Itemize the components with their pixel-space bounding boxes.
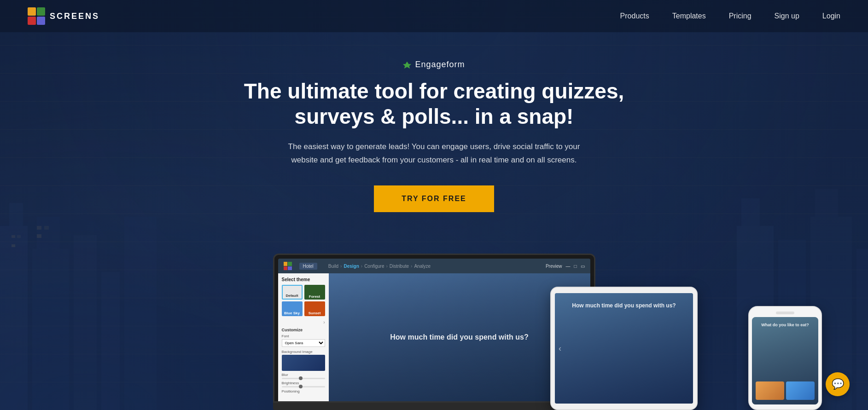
- navbar: SCREENS Products Templates Pricing Sign …: [0, 0, 868, 32]
- hero-section: SCREENS Products Templates Pricing Sign …: [0, 0, 868, 410]
- theme-bluesky[interactable]: Blue Sky: [282, 301, 303, 316]
- phone-option-img-2: [786, 381, 815, 400]
- nav-login[interactable]: Login: [822, 12, 840, 20]
- phone-question: What do you like to eat?: [752, 323, 818, 327]
- step-design[interactable]: Design: [344, 264, 359, 269]
- phone-option-1[interactable]: [756, 381, 784, 400]
- app-body: Select theme Default Forest Blue Sky Sun…: [278, 273, 590, 401]
- more-themes-arrow[interactable]: ›: [282, 320, 325, 325]
- step-distribute[interactable]: Distribute: [390, 264, 409, 269]
- badge-text: Engageform: [415, 60, 465, 69]
- nav-templates[interactable]: Templates: [672, 12, 706, 20]
- nav-links: Products Templates Pricing Sign up Login: [620, 12, 840, 20]
- nav-pricing[interactable]: Pricing: [729, 12, 751, 20]
- phone-outer: What do you like to eat?: [748, 306, 822, 410]
- build-steps: Build › Design › Configure › Distribute …: [328, 264, 431, 269]
- hotel-label: Hotel: [299, 263, 317, 270]
- sidebar-panel: Select theme Default Forest Blue Sky Sun…: [278, 273, 329, 401]
- logo-link[interactable]: SCREENS: [28, 7, 99, 25]
- logo-icon: [28, 7, 45, 25]
- nav-products[interactable]: Products: [620, 12, 649, 20]
- logo-text: SCREENS: [50, 12, 99, 21]
- theme-grid: Default Forest Blue Sky Sunset: [282, 285, 325, 316]
- app-topbar: Hotel Build › Design › Configure › Distr…: [278, 259, 590, 273]
- window-maximize[interactable]: ▭: [581, 264, 585, 269]
- select-theme-label: Select theme: [282, 277, 325, 282]
- phone-mockup: What do you like to eat?: [748, 306, 822, 410]
- tablet-question: How much time did you spend with us?: [555, 302, 693, 309]
- nav-signup[interactable]: Sign up: [775, 12, 799, 20]
- step-build: Build: [328, 264, 338, 269]
- brightness-label: Brightness: [282, 381, 325, 385]
- laptop-screen-outer: Hotel Build › Design › Configure › Distr…: [273, 254, 595, 403]
- step-analyze[interactable]: Analyze: [414, 264, 431, 269]
- font-label: Font: [282, 334, 325, 338]
- phone-notch: [776, 312, 794, 314]
- app-ui: Hotel Build › Design › Configure › Distr…: [278, 259, 590, 401]
- phone-option-2[interactable]: [786, 381, 815, 400]
- step-configure[interactable]: Configure: [364, 264, 384, 269]
- customize-section: Customize Font Open Sans Background Imag…: [282, 328, 325, 393]
- blur-slider[interactable]: [282, 378, 325, 379]
- phone-options: [752, 381, 818, 400]
- tablet-bg: [555, 293, 693, 404]
- positioning-label: Positioning: [282, 389, 325, 393]
- theme-forest[interactable]: Forest: [304, 285, 325, 300]
- font-select[interactable]: Open Sans: [282, 339, 325, 347]
- hero-title: The ultimate tool for creating quizzes, …: [227, 79, 641, 129]
- hero-subtitle: The easiest way to generate leads! You c…: [278, 140, 591, 167]
- blur-label: Blur: [282, 373, 325, 377]
- customize-label: Customize: [282, 328, 325, 332]
- theme-default[interactable]: Default: [282, 285, 303, 300]
- phone-option-img-1: [756, 381, 784, 400]
- preview-label[interactable]: Preview: [546, 264, 562, 269]
- theme-sunset[interactable]: Sunset: [304, 301, 325, 316]
- content-question: How much time did you spend with us?: [390, 333, 528, 341]
- window-minimize[interactable]: —: [565, 264, 570, 269]
- engageform-badge: Engageform: [403, 60, 465, 69]
- cta-button[interactable]: TRY FOR FREE: [374, 185, 494, 212]
- topbar-right: Preview — □ ▭: [546, 264, 585, 269]
- hero-content: Engageform The ultimate tool for creatin…: [0, 32, 868, 212]
- tablet-outer: How much time did you spend with us? ‹: [550, 287, 698, 410]
- svg-marker-23: [403, 61, 411, 68]
- tablet-mockup: How much time did you spend with us? ‹: [550, 287, 698, 410]
- engageform-icon: [403, 61, 411, 69]
- bg-preview: [282, 355, 325, 371]
- laptop-base: [273, 403, 595, 410]
- brightness-slider[interactable]: [282, 386, 325, 387]
- window-restore[interactable]: □: [574, 264, 577, 269]
- tablet-nav-arrow[interactable]: ‹: [559, 344, 561, 353]
- devices-container: Hotel Build › Design › Configure › Distr…: [0, 235, 868, 410]
- phone-screen: What do you like to eat?: [752, 317, 818, 404]
- laptop-screen: Hotel Build › Design › Configure › Distr…: [278, 259, 590, 401]
- app-logo-small: [284, 262, 292, 270]
- chat-icon: 💬: [832, 378, 844, 390]
- chat-widget[interactable]: 💬: [826, 372, 850, 396]
- tablet-screen: How much time did you spend with us? ‹: [555, 293, 693, 404]
- bg-image-label: Background Image: [282, 350, 325, 354]
- laptop-mockup: Hotel Build › Design › Configure › Distr…: [273, 254, 595, 410]
